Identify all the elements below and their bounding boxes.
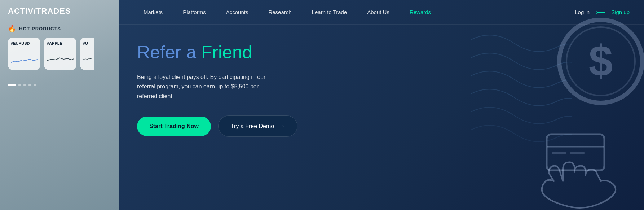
flame-icon: 🔥	[8, 25, 16, 32]
nav-item-markets[interactable]: Markets	[133, 0, 173, 25]
try-demo-button[interactable]: Try a Free Demo →	[218, 115, 297, 137]
product-chart-partial	[83, 53, 92, 66]
arrow-icon: →	[278, 122, 285, 130]
main-content: $ Markets Platforms Accounts Research Le…	[119, 0, 644, 210]
logo: ACTIV/TRADES	[8, 6, 71, 16]
logo-trades: TRADES	[36, 6, 71, 16]
hero-section: Refer a Friend Being a loyal client pays…	[119, 25, 644, 151]
svg-rect-6	[570, 152, 585, 154]
dot-5[interactable]	[34, 84, 36, 86]
logo-area: ACTIV/TRADES	[0, 0, 119, 19]
hero-title: Refer a Friend	[137, 43, 626, 62]
product-card-eurusd[interactable]: #EURUSD	[8, 38, 40, 70]
hot-products-section: 🔥 HOT PRODUCTS #EURUSD #APPLE #U	[0, 19, 119, 74]
hero-buttons: Start Trading Now Try a Free Demo →	[137, 115, 626, 137]
sidebar: ACTIV/TRADES 🔥 HOT PRODUCTS #EURUSD #APP…	[0, 0, 119, 210]
product-chart-apple	[47, 53, 74, 66]
nav-item-about[interactable]: About Us	[357, 0, 400, 25]
svg-rect-5	[552, 152, 566, 154]
product-label-partial: #U	[83, 41, 88, 45]
product-label-eurusd: #EURUSD	[11, 41, 30, 45]
dot-3[interactable]	[23, 84, 26, 86]
logo-activ: ACTIV	[8, 6, 34, 16]
navbar: Markets Platforms Accounts Research Lear…	[119, 0, 644, 25]
nav-item-accounts[interactable]: Accounts	[216, 0, 259, 25]
nav-auth: Log in ›— Sign up	[575, 8, 630, 16]
product-card-apple[interactable]: #APPLE	[44, 38, 76, 70]
nav-login-button[interactable]: Log in	[575, 9, 590, 15]
product-card-partial[interactable]: #U	[80, 38, 94, 70]
nav-item-rewards[interactable]: Rewards	[400, 0, 441, 25]
nav-item-platforms[interactable]: Platforms	[173, 0, 216, 25]
dot-4[interactable]	[28, 84, 31, 86]
hero-title-refer: Refer a	[137, 42, 196, 62]
carousel-dots	[0, 77, 119, 93]
hero-description: Being a loyal client pays off. By partic…	[137, 73, 274, 101]
dot-active[interactable]	[8, 84, 16, 86]
hot-products-label: 🔥 HOT PRODUCTS	[8, 25, 111, 32]
start-trading-button[interactable]: Start Trading Now	[137, 117, 211, 136]
dot-2[interactable]	[18, 84, 21, 86]
product-chart-eurusd	[11, 53, 38, 66]
hero-title-friend: Friend	[201, 42, 252, 62]
nav-links: Markets Platforms Accounts Research Lear…	[133, 0, 575, 25]
product-label-apple: #APPLE	[47, 41, 62, 45]
nav-signup-button[interactable]: Sign up	[611, 9, 630, 15]
try-demo-label: Try a Free Demo	[231, 123, 274, 130]
nav-divider: ›—	[596, 8, 605, 16]
nav-item-learn[interactable]: Learn to Trade	[302, 0, 357, 25]
products-row: #EURUSD #APPLE #U	[8, 38, 111, 70]
nav-item-research[interactable]: Research	[258, 0, 301, 25]
